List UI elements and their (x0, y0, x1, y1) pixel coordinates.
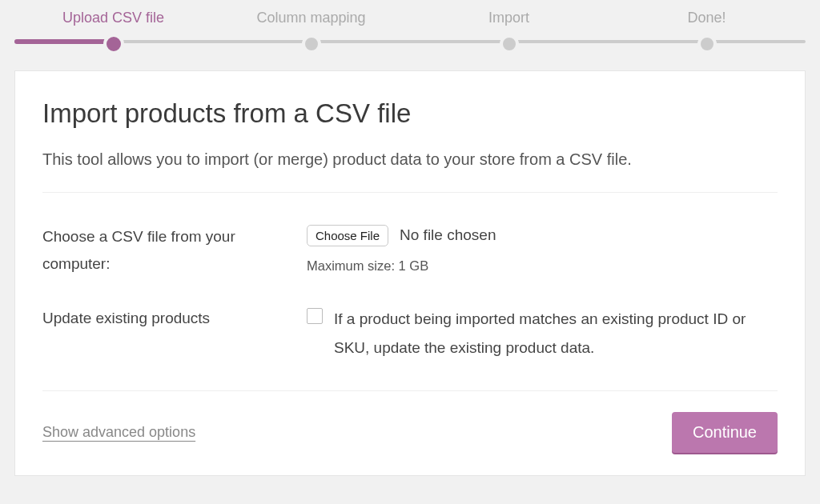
step-label: Import (410, 0, 608, 26)
update-row: Update existing products If a product be… (42, 305, 778, 362)
update-label: Update existing products (42, 305, 307, 332)
import-card: Import products from a CSV file This too… (14, 70, 806, 476)
file-label: Choose a CSV file from your computer: (42, 223, 307, 278)
step-dot-icon (697, 34, 717, 54)
step-label: Done! (608, 0, 806, 26)
file-status: No file chosen (400, 223, 496, 247)
continue-button[interactable]: Continue (672, 412, 778, 453)
step-column-mapping: Column mapping (212, 0, 410, 26)
step-dot-icon (302, 34, 321, 54)
step-done: Done! (608, 0, 806, 26)
update-existing-checkbox[interactable] (307, 308, 323, 324)
file-size-hint: Maximum size: 1 GB (307, 255, 778, 276)
progress-stepper: Upload CSV file Column mapping Import Do… (14, 0, 806, 56)
page-description: This tool allows you to import (or merge… (42, 148, 778, 171)
show-advanced-link[interactable]: Show advanced options (42, 424, 195, 441)
stepper-track (14, 40, 806, 43)
step-upload-csv: Upload CSV file (14, 0, 212, 26)
step-dot-icon (500, 34, 519, 54)
choose-file-button[interactable]: Choose File (307, 225, 388, 246)
file-row: Choose a CSV file from your computer: Ch… (42, 223, 778, 278)
update-description: If a product being imported matches an e… (334, 305, 778, 362)
step-label: Upload CSV file (14, 0, 212, 26)
stepper-progress (14, 39, 117, 44)
step-dot-icon (103, 34, 124, 54)
page-title: Import products from a CSV file (42, 98, 778, 129)
step-label: Column mapping (212, 0, 410, 26)
step-import: Import (410, 0, 608, 26)
